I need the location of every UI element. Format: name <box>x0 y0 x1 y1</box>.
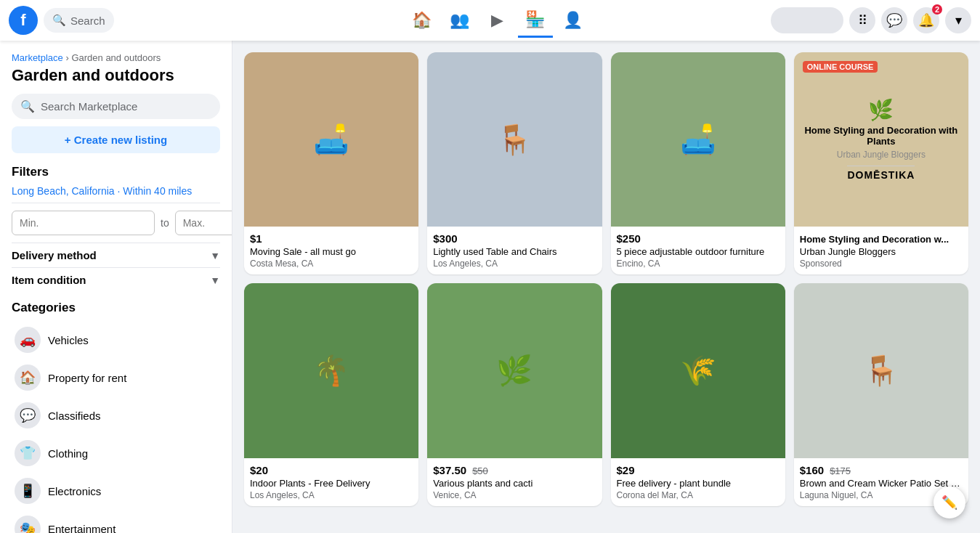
item-condition-chevron: ▼ <box>210 274 220 286</box>
category-label-entertainment: Entertainment <box>48 523 116 534</box>
product-title-p1: Moving Sale - all must go <box>250 246 413 257</box>
notification-badge: 2 <box>932 4 942 15</box>
product-info-p7: $29 Free delivery - plant bundle Corona … <box>611 458 785 506</box>
sponsored-label-p4: Sponsored <box>800 259 963 269</box>
product-card-p8[interactable]: 🪑 $160 $175 Brown and Cream Wicker Patio… <box>794 283 968 505</box>
product-image-p1: 🛋️ <box>244 52 418 227</box>
user-avatar-placeholder <box>771 7 843 33</box>
product-image-p3: 🛋️ <box>611 52 785 227</box>
product-price-p7: $29 <box>617 464 779 476</box>
nav-groups-button[interactable]: 👤 <box>556 3 591 38</box>
apps-icon-button[interactable]: ⠿ <box>849 7 875 33</box>
category-item-property-for-rent[interactable]: 🏠 Property for rent <box>12 359 220 396</box>
product-location-p5: Los Angeles, CA <box>250 490 413 500</box>
product-original-price-p8: $175 <box>830 465 851 476</box>
product-card-p6[interactable]: 🌿 $37.50 $50 Various plants and cacti Ve… <box>427 283 602 505</box>
product-image-p5: 🌴 <box>244 283 418 457</box>
floating-edit-button[interactable]: ✏️ <box>934 487 965 518</box>
product-card-p2[interactable]: 🪑 $300 Lightly used Table and Chairs Los… <box>427 52 602 274</box>
categories-label: Categories <box>12 301 220 315</box>
category-item-entertainment[interactable]: 🎭 Entertainment <box>12 510 220 533</box>
categories-section: Categories 🚗 Vehicles 🏠 Property for ren… <box>12 301 220 533</box>
product-card-p4[interactable]: 🌿 Home Styling and Decoration with Plant… <box>794 52 968 274</box>
nav-video-button[interactable]: ▶ <box>480 3 515 38</box>
breadcrumb-parent-link[interactable]: Marketplace <box>12 52 63 63</box>
product-image-p4: 🌿 Home Styling and Decoration with Plant… <box>794 52 968 227</box>
product-image-p6: 🌿 <box>427 283 602 457</box>
product-title-p6: Various plants and cacti <box>433 478 596 489</box>
search-icon: 🔍 <box>52 14 66 27</box>
delivery-method-label: Delivery method <box>12 249 97 261</box>
product-image-p2: 🪑 <box>427 52 602 227</box>
global-search[interactable]: 🔍 Search <box>44 8 114 33</box>
main-content: 🛋️ $1 Moving Sale - all must go Costa Me… <box>232 41 980 533</box>
product-price-p3: $250 <box>617 232 779 245</box>
product-title-p7: Free delivery - plant bundle <box>617 478 779 489</box>
sidebar: Marketplace › Garden and outdoors Garden… <box>0 41 232 533</box>
product-info-p6: $37.50 $50 Various plants and cacti Veni… <box>427 458 602 506</box>
nav-marketplace-button[interactable]: 🏪 <box>518 3 553 38</box>
product-title-p3: 5 piece adjustable outdoor furniture <box>617 246 779 257</box>
category-label-property: Property for rent <box>48 372 126 384</box>
page-layout: Marketplace › Garden and outdoors Garden… <box>0 41 980 533</box>
filters-label: Filters <box>12 165 220 179</box>
item-condition-filter[interactable]: Item condition ▼ <box>12 267 220 292</box>
product-price-p1: $1 <box>250 232 413 245</box>
top-navigation: f 🔍 Search 🏠 👥 ▶ 🏪 👤 ⠿ 💬 🔔 2 ▾ <box>0 0 980 41</box>
price-max-input[interactable] <box>175 211 232 235</box>
product-title-p8: Brown and Cream Wicker Patio Set with De… <box>800 478 963 489</box>
nav-left: f 🔍 Search <box>0 6 232 35</box>
product-title-p2: Lightly used Table and Chairs <box>433 246 596 257</box>
product-price-p5: $20 <box>250 464 413 476</box>
facebook-logo[interactable]: f <box>9 6 38 35</box>
product-card-p3[interactable]: 🛋️ $250 5 piece adjustable outdoor furni… <box>611 52 785 274</box>
nav-center: 🏠 👥 ▶ 🏪 👤 <box>232 3 762 38</box>
product-price-p2: $300 <box>433 232 596 245</box>
product-card-p7[interactable]: 🌾 $29 Free delivery - plant bundle Coron… <box>611 283 785 505</box>
product-card-p5[interactable]: 🌴 $20 Indoor Plants - Free Delivery Los … <box>244 283 418 505</box>
search-input[interactable] <box>41 100 211 113</box>
breadcrumb-current: Garden and outdoors <box>71 52 161 63</box>
product-title-p4: Home Styling and Decoration w... <box>800 234 963 245</box>
product-location-p7: Corona del Mar, CA <box>617 490 779 500</box>
clothing-icon: 👕 <box>15 440 41 466</box>
product-info-p1: $1 Moving Sale - all must go Costa Mesa,… <box>244 227 418 274</box>
product-image-p8: 🪑 <box>794 283 968 457</box>
product-price-p6: $37.50 <box>433 464 466 476</box>
category-item-vehicles[interactable]: 🚗 Vehicles <box>12 321 220 359</box>
delivery-method-filter[interactable]: Delivery method ▼ <box>12 243 220 267</box>
product-title-p5: Indoor Plants - Free Delivery <box>250 478 413 489</box>
product-location-p6: Venice, CA <box>433 490 596 500</box>
filters-section: Filters Long Beach, California · Within … <box>12 165 220 292</box>
product-info-p2: $300 Lightly used Table and Chairs Los A… <box>427 227 602 274</box>
nav-friends-button[interactable]: 👥 <box>442 3 477 38</box>
category-label-vehicles: Vehicles <box>48 334 89 346</box>
vehicles-icon: 🚗 <box>15 327 41 353</box>
product-location-p3: Encino, CA <box>617 259 779 269</box>
breadcrumb: Marketplace › Garden and outdoors <box>12 52 220 63</box>
product-info-p5: $20 Indoor Plants - Free Delivery Los An… <box>244 458 418 506</box>
product-location-p1: Costa Mesa, CA <box>250 259 413 269</box>
account-menu-button[interactable]: ▾ <box>945 7 971 33</box>
location-filter[interactable]: Long Beach, California · Within 40 miles <box>12 185 220 197</box>
ad-label-p4: ONLINE COURSE <box>803 61 878 73</box>
products-grid: 🛋️ $1 Moving Sale - all must go Costa Me… <box>244 52 968 506</box>
product-card-p1[interactable]: 🛋️ $1 Moving Sale - all must go Costa Me… <box>244 52 418 274</box>
notifications-icon-button[interactable]: 🔔 2 <box>913 7 939 33</box>
category-label-clothing: Clothing <box>48 447 88 460</box>
category-item-clothing[interactable]: 👕 Clothing <box>12 434 220 472</box>
price-min-input[interactable] <box>12 211 155 235</box>
product-subtitle-p4: Urban Jungle Bloggers <box>800 246 963 257</box>
product-info-p4: Home Styling and Decoration w... Urban J… <box>794 227 968 274</box>
create-listing-button[interactable]: + Create new listing <box>12 126 220 153</box>
marketplace-search-box[interactable]: 🔍 <box>12 94 220 119</box>
product-location-p2: Los Angeles, CA <box>433 259 596 269</box>
category-item-electronics[interactable]: 📱 Electronics <box>12 472 220 510</box>
category-item-classifieds[interactable]: 💬 Classifieds <box>12 396 220 434</box>
messenger-icon-button[interactable]: 💬 <box>881 7 907 33</box>
product-info-p3: $250 5 piece adjustable outdoor furnitur… <box>611 227 785 274</box>
price-filter: to <box>12 203 220 243</box>
nav-home-button[interactable]: 🏠 <box>405 3 440 38</box>
product-original-price-p6: $50 <box>472 465 488 476</box>
category-label-electronics: Electronics <box>48 485 101 497</box>
